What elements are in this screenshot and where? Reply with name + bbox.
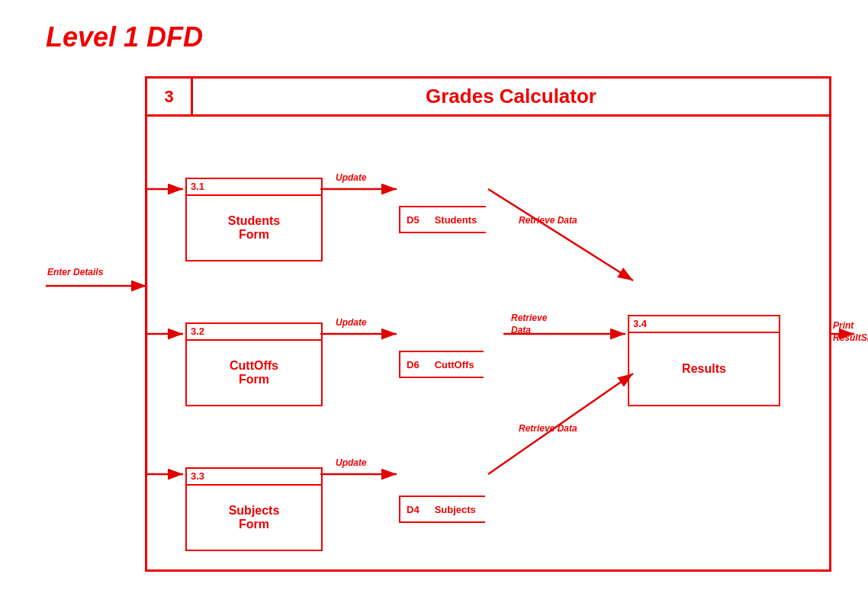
label-update-1: Update — [336, 172, 367, 183]
datastore-d5: D5 Students — [399, 206, 486, 233]
process-3-3: 3.3 SubjectsForm — [185, 467, 323, 551]
process-3-4-number: 3.4 — [629, 316, 779, 333]
label-retrieve-3: Retrieve Data — [519, 423, 577, 434]
datastore-d6: D6 CuttOffs — [399, 351, 484, 378]
datastore-d4: D4 Subjects — [399, 496, 485, 523]
diagram-title: Grades Calculator — [193, 79, 829, 114]
datastore-d5-name: Students — [426, 206, 487, 233]
datastore-d5-id: D5 — [399, 206, 426, 233]
datastore-d4-id: D4 — [399, 496, 426, 523]
label-retrieve-1: Retrieve Data — [519, 215, 577, 226]
label-print: PrintResultSheet — [833, 320, 868, 344]
process-3-4-label: Results — [629, 333, 779, 405]
label-enter-details: Enter Details — [47, 267, 103, 277]
datastore-d6-name: CuttOffs — [426, 351, 484, 378]
label-update-3: Update — [336, 457, 367, 468]
process-3-3-number: 3.3 — [187, 469, 321, 486]
label-retrieve-2: RetrieveData — [511, 313, 547, 336]
process-3-4: 3.4 Results — [628, 315, 780, 406]
datastore-d4-name: Subjects — [426, 496, 485, 523]
process-3-2-number: 3.2 — [187, 324, 321, 341]
process-3-1-label: StudentsForm — [187, 196, 321, 260]
process-3-2: 3.2 CuttOffsForm — [185, 322, 323, 406]
datastore-d6-id: D6 — [399, 351, 426, 378]
process-3-1: 3.1 StudentsForm — [185, 178, 323, 261]
diagram-header: 3 Grades Calculator — [147, 79, 829, 117]
process-3-1-number: 3.1 — [187, 179, 321, 196]
process-3-2-label: CuttOffsForm — [187, 341, 321, 405]
main-diagram-box: 3 Grades Calculator 3.1 StudentsForm 3.2… — [145, 76, 831, 572]
process-3-3-label: SubjectsForm — [187, 486, 321, 550]
page-title: Level 1 DFD — [46, 21, 203, 53]
diagram-number: 3 — [147, 79, 193, 114]
label-update-2: Update — [336, 317, 367, 328]
